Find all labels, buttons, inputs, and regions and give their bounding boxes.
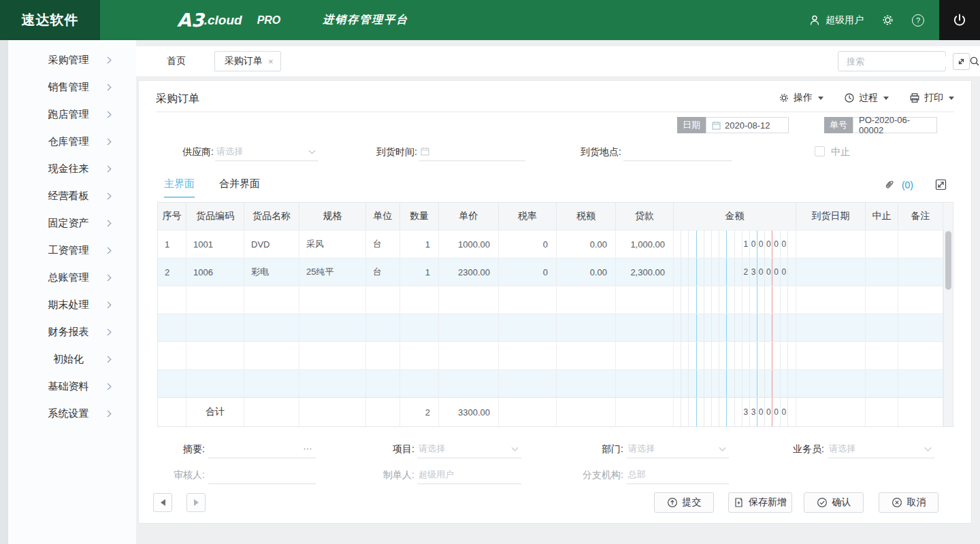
table-cell[interactable] [866, 231, 898, 258]
summary-input[interactable]: … [208, 439, 316, 458]
auditor-input[interactable] [208, 465, 316, 484]
table-cell[interactable] [158, 286, 186, 313]
table-cell[interactable] [866, 258, 898, 286]
settings-gear-icon[interactable] [881, 14, 894, 27]
department-select[interactable]: 请选择 [627, 439, 729, 458]
confirm-button[interactable]: 确认 [804, 492, 864, 513]
cancel-button[interactable]: 取消 [879, 492, 938, 513]
table-cell[interactable] [158, 342, 186, 369]
table-cell[interactable] [898, 342, 943, 369]
salesman-select[interactable]: 请选择 [828, 439, 934, 458]
sidebar-item-系统设置[interactable]: 系统设置 [8, 400, 136, 427]
table-cell[interactable] [557, 370, 616, 397]
table-cell[interactable]: 2300.00 [439, 258, 499, 286]
sidebar-item-销售管理[interactable]: 销售管理 [8, 73, 136, 101]
amount-cell[interactable] [674, 314, 796, 341]
table-cell[interactable]: 1 [158, 231, 186, 258]
table-cell[interactable] [244, 286, 299, 313]
table-cell[interactable] [557, 314, 616, 341]
table-cell[interactable]: 1006 [186, 258, 244, 286]
table-cell[interactable] [499, 342, 557, 369]
sidebar-item-采购管理[interactable]: 采购管理 [8, 46, 136, 73]
process-menu-button[interactable]: 过程 [844, 92, 889, 104]
amount-cell[interactable] [674, 286, 796, 313]
table-cell[interactable] [186, 314, 244, 341]
table-scrollbar[interactable] [943, 230, 953, 426]
table-row[interactable] [158, 313, 943, 341]
table-cell[interactable]: 25纯平 [299, 258, 366, 286]
expand-table-icon[interactable] [935, 179, 947, 190]
sidebar-item-总账管理[interactable]: 总账管理 [8, 264, 136, 291]
search-input[interactable] [838, 56, 969, 67]
table-cell[interactable] [866, 286, 898, 313]
table-cell[interactable] [499, 314, 557, 341]
table-row[interactable]: 21006彩电25纯平台12300.0000.002,300.00230000 [158, 258, 943, 286]
table-row[interactable] [158, 286, 943, 313]
table-row[interactable]: 11001DVD采风台11000.0000.001,000.00100000 [158, 230, 943, 258]
table-cell[interactable] [796, 258, 866, 286]
table-cell[interactable] [796, 342, 866, 369]
table-cell[interactable]: 1 [400, 258, 439, 286]
arrival-time-input[interactable] [419, 142, 525, 161]
paperclip-icon[interactable] [883, 179, 895, 190]
table-cell[interactable] [866, 342, 898, 369]
table-cell[interactable] [866, 370, 898, 397]
table-cell[interactable] [439, 314, 499, 341]
table-row[interactable] [158, 369, 943, 397]
table-cell[interactable] [616, 286, 674, 313]
table-cell[interactable] [499, 286, 557, 313]
table-cell[interactable] [796, 286, 866, 313]
table-cell[interactable] [557, 342, 616, 369]
arrival-place-input[interactable] [623, 142, 732, 161]
table-cell[interactable] [898, 231, 943, 258]
table-cell[interactable] [866, 314, 898, 341]
submit-button[interactable]: 提交 [654, 492, 714, 513]
sidebar-item-期末处理[interactable]: 期末处理 [8, 291, 136, 318]
attachment-count[interactable]: (0) [902, 180, 913, 190]
table-cell[interactable] [186, 370, 244, 397]
table-cell[interactable]: 1001 [186, 231, 244, 258]
table-cell[interactable]: 2 [158, 258, 186, 286]
table-cell[interactable] [400, 342, 439, 369]
table-cell[interactable]: 0 [499, 231, 557, 258]
sidebar-item-基础资料[interactable]: 基础资料 [8, 373, 136, 400]
table-cell[interactable] [616, 370, 674, 397]
print-menu-button[interactable]: 打印 [909, 92, 954, 104]
table-cell[interactable]: 台 [366, 258, 400, 286]
table-cell[interactable] [898, 286, 943, 313]
amount-cell[interactable] [674, 370, 796, 397]
table-cell[interactable] [299, 286, 366, 313]
table-cell[interactable] [299, 370, 366, 397]
table-cell[interactable] [400, 370, 439, 397]
table-cell[interactable] [299, 314, 366, 341]
fullscreen-toggle-button[interactable] [953, 53, 970, 70]
table-cell[interactable]: 1000.00 [439, 231, 499, 258]
tab-home[interactable]: 首页 [167, 46, 186, 76]
project-select[interactable]: 请选择 [417, 439, 521, 458]
table-cell[interactable] [366, 314, 400, 341]
next-record-button[interactable] [186, 493, 206, 512]
date-input[interactable]: 2020-08-12 [706, 117, 789, 133]
table-cell[interactable] [499, 370, 557, 397]
help-icon[interactable]: ? [912, 14, 924, 27]
table-cell[interactable] [796, 370, 866, 397]
table-cell[interactable]: 彩电 [244, 258, 299, 286]
table-cell[interactable] [439, 370, 499, 397]
sidebar-item-工资管理[interactable]: 工资管理 [8, 237, 136, 264]
scrollbar-thumb[interactable] [945, 231, 951, 290]
tab-close-icon[interactable]: × [268, 56, 274, 67]
table-cell[interactable] [796, 231, 866, 258]
logout-power-button[interactable] [939, 0, 980, 40]
user-menu[interactable]: 超级用户 [808, 14, 864, 27]
table-cell[interactable]: 采风 [299, 231, 366, 258]
supplier-select[interactable]: 请选择 [215, 142, 318, 161]
amount-cell[interactable] [674, 342, 796, 369]
table-cell[interactable]: 0.00 [557, 258, 616, 286]
table-cell[interactable] [898, 258, 943, 286]
sidebar-item-现金往来[interactable]: 现金往来 [8, 155, 136, 182]
table-cell[interactable]: 1 [400, 231, 439, 258]
amount-cell[interactable]: 230000 [674, 258, 796, 286]
table-cell[interactable]: 台 [366, 231, 400, 258]
table-cell[interactable] [366, 342, 400, 369]
table-cell[interactable] [244, 314, 299, 341]
